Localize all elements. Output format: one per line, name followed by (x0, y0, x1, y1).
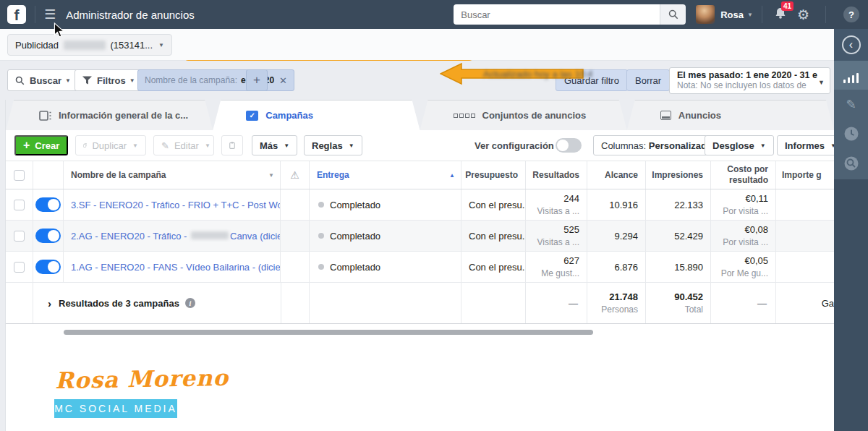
clear-filter-button[interactable]: Borrar (626, 69, 670, 91)
add-filter-button[interactable]: + (246, 69, 268, 91)
delivery-status: Completado (310, 262, 461, 273)
duplicate-label: Duplicar (92, 140, 127, 151)
filter-bar: Buscar ▼ Filtros ▼ Nombre de la campaña:… (0, 61, 834, 100)
impressions-value: 22.133 (646, 200, 710, 210)
cost-label: Por visita ... (711, 237, 775, 247)
ads-icon (660, 111, 671, 120)
rules-button[interactable]: Reglas ▼ (304, 135, 362, 155)
search-input[interactable] (454, 4, 660, 25)
view-settings-label: Ver configuración (475, 140, 554, 151)
filters-button[interactable]: Filtros ▼ (75, 69, 143, 91)
more-button[interactable]: Más ▼ (252, 135, 297, 155)
tab-account-overview[interactable]: Información general de la c... (6, 100, 213, 130)
create-button[interactable]: + Crear (14, 135, 68, 155)
collapse-chevron-icon[interactable]: ‹ (842, 35, 861, 54)
expand-chevron-icon[interactable]: › (48, 297, 51, 310)
campaign-name-link[interactable]: 1.AG - ENERO20 - FANS - Vídeo Bailarina … (64, 262, 280, 273)
columns-label: Columnas: (601, 140, 646, 151)
divider (762, 6, 762, 23)
status-dot-icon (318, 264, 324, 270)
chevron-down-icon: ▼ (205, 142, 210, 149)
tab-label: Campañas (265, 110, 313, 121)
reach-value: 6.876 (587, 262, 645, 273)
chevron-down-icon: ▼ (65, 77, 71, 84)
account-bar: Publicidad (153141... ▼ Prueba la nueva … (0, 29, 834, 61)
summary-reach-label: Personas (587, 304, 645, 315)
sidebar-history-button[interactable] (834, 119, 868, 148)
campaign-active-toggle[interactable] (35, 197, 61, 212)
column-header-budget[interactable]: Presupuesto (461, 161, 526, 189)
duplicate-icon (83, 140, 87, 150)
campaign-name-link[interactable]: 3.SF - ENERO20 - Tráfico - FRIO + T+C - … (64, 200, 280, 210)
summary-impressions: 90.452 (646, 291, 710, 302)
reach-value: 9.294 (587, 231, 645, 242)
date-range-selector[interactable]: El mes pasado: 1 ene 2020 - 31 e Nota: N… (669, 67, 830, 94)
settings-gear-icon[interactable]: ⚙ (797, 7, 809, 22)
campaign-name: Canva (diciem... (230, 231, 281, 242)
column-header-impressions[interactable]: Impresiones (646, 161, 711, 189)
reach-value: 10.916 (587, 200, 645, 210)
notifications-button[interactable]: 41 (774, 7, 787, 22)
campaign-name-link[interactable]: 2.AG - ENERO20 - Tráfico - Canva (diciem… (64, 231, 280, 242)
view-settings-toggle[interactable] (556, 138, 582, 153)
campaign-active-toggle[interactable] (35, 260, 61, 274)
summary-reach: 21.748 (587, 291, 645, 302)
campaign-active-toggle[interactable] (35, 229, 61, 243)
edit-button[interactable]: ✎ Editar ▼ (153, 135, 214, 155)
breakdown-button[interactable]: Desglose ▼ (705, 135, 774, 155)
search-filter-button[interactable]: Buscar ▼ (7, 69, 79, 91)
column-header-spent[interactable]: Importe g (776, 161, 834, 189)
column-header-name[interactable]: Nombre de la campaña▼ (64, 161, 281, 189)
notification-badge: 41 (781, 1, 793, 11)
sidebar-charts-button[interactable] (834, 61, 868, 90)
column-header-results[interactable]: Resultados (526, 161, 587, 189)
redacted-account-name (64, 40, 106, 50)
facebook-logo[interactable]: f (7, 5, 26, 24)
column-header-reach[interactable]: Alcance (587, 161, 646, 189)
column-header-cost[interactable]: Costo por resultado (711, 161, 776, 189)
duplicate-button[interactable]: Duplicar ▼ (75, 135, 146, 155)
campaign-name: 2.AG - ENERO20 - Tráfico - (71, 231, 190, 242)
column-header-delivery[interactable]: Entrega▲ (310, 161, 461, 189)
help-icon[interactable]: ? (843, 7, 859, 22)
row-checkbox[interactable] (14, 231, 25, 242)
clipboard-button[interactable] (221, 135, 243, 155)
cost-value: €0,11 (711, 193, 775, 204)
divider (825, 6, 826, 23)
pencil-icon: ✎ (161, 140, 169, 151)
filters-label: Filtros (97, 75, 126, 86)
summary-impressions-label: Total (646, 304, 710, 315)
hamburger-menu-icon[interactable]: ☰ (44, 7, 56, 22)
campaign-name-filter-chip[interactable]: Nombre de la campaña: enero20 ✕ (137, 69, 294, 91)
sidebar-edit-button[interactable]: ✎ (834, 90, 868, 119)
info-icon[interactable]: i (185, 298, 195, 308)
table-header-row: Nombre de la campaña▼ ⚠ Entrega▲ Presupu… (6, 161, 834, 189)
header-label: Entrega (317, 170, 349, 180)
row-checkbox[interactable] (14, 200, 25, 210)
column-header-warning: ⚠ (281, 161, 310, 189)
cost-label: Por Me gu... (711, 268, 775, 278)
status-dot-icon (318, 233, 324, 239)
horizontal-scrollbar[interactable] (64, 330, 593, 335)
row-checkbox[interactable] (14, 262, 25, 273)
sidebar-inspect-button[interactable] (834, 149, 868, 178)
columns-value: Personalizado (649, 140, 712, 151)
tab-label: Anuncios (678, 110, 721, 121)
ad-account-selector[interactable]: Publicidad (153141... ▼ (7, 34, 172, 56)
select-all-checkbox[interactable] (14, 170, 25, 181)
mouse-cursor (54, 22, 64, 38)
right-sidebar: ‹ ✎ (834, 29, 868, 431)
user-name[interactable]: Rosa (720, 9, 744, 20)
campaign-name: 3.SF - ENERO20 - Tráfico - FRIO + T+C - … (71, 200, 281, 210)
tab-ad-sets[interactable]: Conjuntos de anuncios (420, 100, 627, 130)
tab-campaigns[interactable]: ✓ Campañas (213, 100, 420, 130)
bar-chart-icon (843, 73, 860, 83)
avatar[interactable] (696, 5, 715, 24)
tab-ads[interactable]: Anuncios (627, 100, 834, 130)
ads-manager-app: f ☰ Administrador de anuncios Rosa ▼ 41 … (0, 0, 868, 431)
budget-value: Con el presu... (461, 262, 525, 273)
edit-label: Editar (174, 140, 199, 151)
search-filter-label: Buscar (30, 75, 61, 86)
search-button[interactable] (660, 4, 686, 25)
close-icon[interactable]: ✕ (279, 75, 287, 86)
